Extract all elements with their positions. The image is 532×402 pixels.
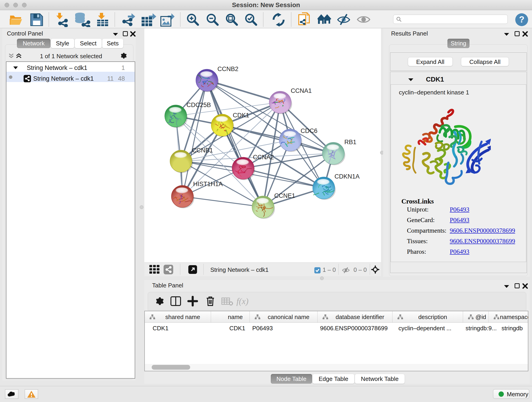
svg-text:CCNA2: CCNA2 [253, 154, 274, 161]
svg-text:CDC25B: CDC25B [186, 102, 211, 108]
svg-text:CDK1: CDK1 [233, 112, 249, 119]
svg-text:RB1: RB1 [344, 139, 356, 146]
svg-text:CDC6: CDC6 [301, 128, 317, 134]
svg-text:HIST1H1A: HIST1H1A [193, 181, 223, 187]
svg-text:CCNE1: CCNE1 [274, 192, 295, 199]
svg-text:CCNB1: CCNB1 [192, 147, 213, 154]
svg-text:CCNB2: CCNB2 [217, 65, 239, 72]
svg-text:CCNA1: CCNA1 [291, 87, 312, 94]
svg-text:CDKN1A: CDKN1A [335, 173, 360, 180]
